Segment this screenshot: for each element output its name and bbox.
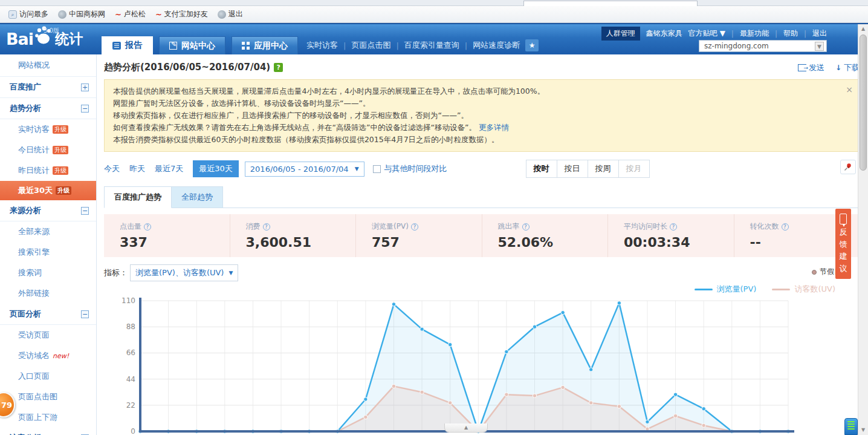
metric-pageviews: 浏览量(PV)? 757 [355,214,482,257]
item-label: 全部来源 [18,226,50,237]
help-icon[interactable]: ? [274,63,283,72]
gran-weekly[interactable]: 按周 [588,160,619,177]
tab-site-center[interactable]: 网站中心 [159,36,225,54]
tieba-dropdown[interactable]: 官方贴吧 ▼ [688,28,725,39]
bookmark-label: 支付宝加好友 [164,9,208,19]
close-icon[interactable]: × [846,83,853,96]
site-selector-dropdown[interactable]: sz-mingdong.com ▼ [699,40,827,52]
sidebar-section-baidu-promo[interactable]: 百度推广 + [0,77,96,98]
sidebar-item-search-terms[interactable]: 搜索词 [0,263,96,283]
notice-line-text: 如何查看搜索推广无线效果？请首先在右上角选择无线站点，并在“高级筛选”中的设备过… [113,123,476,132]
sidebar-section-trend-analysis[interactable]: 趋势分析 − [0,98,96,119]
send-button[interactable]: 发送 [798,62,824,73]
download-button[interactable]: ↓ 下载 [835,62,860,73]
info-icon[interactable]: ? [144,223,151,231]
range-today[interactable]: 今天 [104,163,120,174]
sidebar-section-source-analysis[interactable]: 来源分析 − [0,200,96,221]
tab-app-center[interactable]: 应用中心 [232,36,298,54]
bookmark-lusongsong[interactable]: ~ 卢松松 [110,8,151,21]
sidebar-item-visited-pages[interactable]: 受访页面 [0,325,96,345]
scroll-up-icon[interactable]: ▲ [858,24,868,34]
indicator-dropdown[interactable]: 浏览量(PV)、访客数(UV) ▼ [130,264,238,281]
date-range-dropdown[interactable]: 2016/06/05 - 2016/07/04 ▼ [245,162,364,177]
legend-label: 访客数(UV) [794,284,835,295]
item-label: 受访页面 [18,330,50,341]
favorite-star-icon[interactable]: ★ [525,39,539,51]
tool-speed-diagnosis[interactable]: 网站速度诊断 [473,40,520,51]
tab-baidu-promo-trend[interactable]: 百度推广趋势 [104,186,172,208]
tool-page-click-map[interactable]: 页面点击图 [351,40,390,51]
item-label: 页面点击图 [18,391,57,402]
info-icon[interactable]: ? [522,223,530,231]
metric-value: 757 [372,235,482,250]
sidebar-item-today-stats[interactable]: 今日统计 升级 [0,140,96,160]
audience-manage-link[interactable]: 人群管理 [601,27,640,41]
info-icon[interactable]: ? [263,223,270,231]
browser-chrome-strip [0,0,868,6]
sidebar-item-all-sources[interactable]: 全部来源 [0,221,96,242]
trend-chart-svg[interactable]: 01234567891011121314151617181920212223/点… [117,295,818,435]
bookmark-trademark-site[interactable]: 中国商标网 [53,8,110,21]
feedback-tab[interactable]: 反 馈 建 议 [835,209,851,279]
sidebar-item-entry-pages[interactable]: 入口页面 [0,366,96,387]
pin-button[interactable] [840,160,856,174]
legend-uv[interactable]: 访客数(UV) [772,284,835,295]
separator: | [343,41,346,50]
sidebar-item-yesterday-stats[interactable]: 昨日统计 升级 [0,160,96,181]
svg-text:22: 22 [126,401,135,410]
help-link[interactable]: 帮助 [783,28,798,39]
page-title-text: 趋势分析(2016/06/05~2016/07/04) [104,62,270,73]
store-name-link[interactable]: 鑫铭东家具 [646,28,682,39]
download-icon: ↓ [835,64,841,72]
magnifier-icon: ⌕ [8,10,17,19]
collapse-icon[interactable]: − [81,310,89,318]
gran-daily[interactable]: 按日 [557,160,588,177]
sidebar-item-last-30-days[interactable]: 最近30天 升级 [0,181,96,200]
sidebar-item-site-overview[interactable]: 网站概况 [0,54,96,77]
tool-index-query[interactable]: 百度索引量查询 [404,40,459,51]
range-yesterday[interactable]: 昨天 [129,163,145,174]
logout-link[interactable]: 退出 [812,28,827,39]
uv-line-icon [772,289,790,290]
separator: | [731,30,734,38]
range-last7[interactable]: 最近7天 [155,163,183,174]
sidebar-item-external-links[interactable]: 外部链接 [0,283,96,304]
sidebar-item-realtime-visitors[interactable]: 实时访客 升级 [0,119,96,140]
bookmark-logout[interactable]: 退出 [213,8,248,21]
trend-tabs: 百度推广趋势 全部趋势 [104,186,860,208]
collapse-panel-tab[interactable]: ▲ [444,424,488,433]
gran-hourly[interactable]: 按时 [526,160,557,177]
collapse-icon[interactable]: − [81,105,89,113]
sidebar-section-page-analysis[interactable]: 页面分析 − [0,304,96,325]
tab-report[interactable]: 报告 [102,36,153,54]
indicator-value: 浏览量(PV)、访客数(UV) [135,267,224,278]
tool-realtime-visitors[interactable]: 实时访客 [306,40,338,51]
expand-icon[interactable]: + [81,83,89,91]
svg-text:0: 0 [131,427,135,435]
sidebar-item-page-flow[interactable]: 页面上下游 [0,407,96,428]
new-badge: new! [53,352,69,360]
scroll-down-icon[interactable]: ▼ [858,425,868,435]
sidebar-item-visited-domains[interactable]: 受访域名 new! [0,345,96,366]
info-icon[interactable]: ? [670,223,677,231]
legend-pv[interactable]: 浏览量(PV) [695,284,757,295]
more-details-link[interactable]: 更多详情 [479,123,509,132]
indicator-label: 指标： [104,267,128,278]
scrollbar-thumb[interactable] [860,34,867,171]
info-icon[interactable]: ? [411,223,418,231]
metric-label: 浏览量(PV) [372,221,409,232]
bookmark-alipay-friend[interactable]: ~ 支付宝加好友 [151,8,213,21]
tab-all-trend[interactable]: 全部趋势 [172,186,223,208]
compare-checkbox[interactable] [373,165,381,173]
bookmark-most-visited[interactable]: ⌕ 访问最多 [4,8,53,21]
collapse-icon[interactable]: − [81,207,89,215]
new-features-link[interactable]: 最新功能 [740,28,769,39]
favicon-wave-icon: ~ [115,10,121,19]
vertical-scrollbar[interactable]: ▲ ▼ [858,24,868,435]
download-manager-widget[interactable] [844,418,858,435]
info-icon[interactable]: ? [782,223,789,231]
sidebar-section-visitor-analysis[interactable]: 访客分析 − [0,428,96,435]
svg-text:66: 66 [126,348,135,357]
range-last30-selected[interactable]: 最近30天 [193,160,239,177]
sidebar-item-search-engines[interactable]: 搜索引擎 [0,242,96,263]
